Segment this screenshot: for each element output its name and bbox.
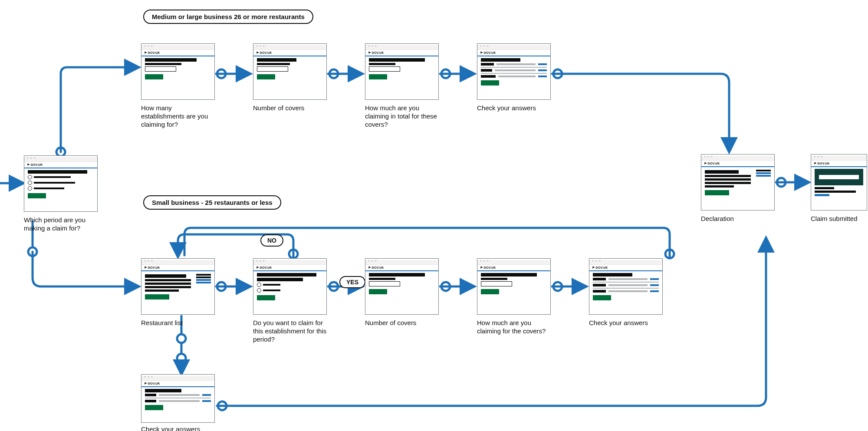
node-caption: Claim submitted: [811, 215, 867, 223]
page-thumb: ⚑ GOV.UK: [253, 258, 327, 315]
branch-label-small: Small business - 25 restaurants or less: [143, 195, 281, 210]
svg-point-14: [218, 401, 227, 410]
page-thumb: ⚑ GOV.UK: [24, 155, 98, 212]
svg-point-1: [217, 69, 226, 78]
svg-point-10: [553, 282, 562, 291]
page-thumb: ⚑ GOV.UK: [365, 258, 439, 315]
page-thumb: ⚑ GOV.UK: [141, 43, 215, 100]
govuk-brand: ⚑ GOV.UK: [365, 50, 438, 56]
node-small-check: ⚑ GOV.UK Check your answers: [589, 258, 663, 327]
govuk-brand: ⚑ GOV.UK: [141, 50, 214, 56]
page-thumb: ⚑ GOV.UK: [811, 154, 867, 211]
govuk-brand: ⚑ GOV.UK: [253, 265, 326, 270]
node-caption: Number of covers: [365, 319, 439, 327]
svg-point-8: [289, 250, 298, 258]
node-large-covers: ⚑ GOV.UK Number of covers: [253, 43, 327, 112]
node-caption: Check your answers: [141, 425, 215, 431]
govuk-brand: ⚑ GOV.UK: [477, 50, 550, 56]
svg-point-0: [56, 148, 65, 156]
page-thumb: ⚑ GOV.UK: [589, 258, 663, 315]
node-caption: Do you want to claim for this establishm…: [253, 319, 327, 343]
svg-point-7: [329, 282, 338, 291]
node-declaration: ⚑ GOV.UK Declaration: [701, 154, 775, 223]
page-thumb: ⚑ GOV.UK: [365, 43, 439, 100]
decision-no-text: NO: [267, 237, 276, 244]
decision-yes-text: YES: [346, 279, 358, 286]
node-caption: Restaurant list: [141, 319, 215, 327]
node-large-establishments: ⚑ GOV.UK How many establishments are you…: [141, 43, 215, 128]
node-caption: Which period are you making a claim for?: [24, 216, 98, 233]
svg-point-11: [665, 250, 674, 258]
page-thumb: ⚑ GOV.UK: [701, 154, 775, 211]
page-thumb: ⚑ GOV.UK: [253, 43, 327, 100]
govuk-brand: ⚑ GOV.UK: [477, 265, 550, 270]
branch-label-small-text: Small business - 25 restaurants or less: [152, 199, 273, 206]
decision-no: NO: [260, 234, 283, 247]
page-thumb: ⚑ GOV.UK: [477, 43, 551, 100]
node-large-check: ⚑ GOV.UK Check your answers: [477, 43, 551, 112]
branch-label-large: Medium or large business 26 or more rest…: [143, 10, 313, 24]
svg-point-15: [777, 178, 786, 187]
node-submitted: ⚑ GOV.UK Claim submitted: [811, 154, 867, 223]
svg-point-6: [217, 282, 226, 291]
govuk-brand: ⚑ GOV.UK: [365, 265, 438, 270]
node-small-covers: ⚑ GOV.UK Number of covers: [365, 258, 439, 327]
node-caption: How many establishments are you claiming…: [141, 104, 215, 128]
flow-diagram: Medium or large business 26 or more rest…: [0, 0, 868, 431]
govuk-brand: ⚑ GOV.UK: [253, 50, 326, 56]
decision-yes: YES: [339, 276, 365, 288]
svg-point-13: [177, 354, 186, 362]
node-caption: Check your answers: [477, 104, 551, 112]
node-small-claim-q: ⚑ GOV.UK Do you want to claim for this e…: [253, 258, 327, 343]
page-thumb: ⚑ GOV.UK: [141, 258, 215, 315]
svg-point-12: [177, 334, 186, 343]
page-thumb: ⚑ GOV.UK: [141, 374, 215, 423]
svg-point-5: [28, 247, 37, 256]
govuk-brand: ⚑ GOV.UK: [701, 161, 774, 166]
govuk-brand: ⚑ GOV.UK: [24, 162, 97, 168]
node-caption: Number of covers: [253, 104, 327, 112]
branch-label-large-text: Medium or large business 26 or more rest…: [152, 13, 305, 20]
page-thumb: ⚑ GOV.UK: [477, 258, 551, 315]
govuk-brand: ⚑ GOV.UK: [141, 265, 214, 270]
node-large-amount: ⚑ GOV.UK How much are you claiming in to…: [365, 43, 439, 128]
node-caption: How much are you claiming for the covers…: [477, 319, 551, 336]
node-caption: Check your answers: [589, 319, 663, 327]
svg-point-4: [553, 69, 562, 78]
node-small-restaurants: ⚑ GOV.UK Restaurant list: [141, 258, 215, 327]
govuk-brand: ⚑ GOV.UK: [141, 381, 214, 386]
svg-point-3: [441, 69, 450, 78]
node-caption: How much are you claiming in total for t…: [365, 104, 439, 128]
node-small-amount: ⚑ GOV.UK How much are you claiming for t…: [477, 258, 551, 336]
svg-point-2: [329, 69, 338, 78]
node-start: ⚑ GOV.UK Which period are you making a c…: [24, 155, 98, 233]
node-caption: Declaration: [701, 215, 775, 223]
govuk-brand: ⚑ GOV.UK: [589, 265, 662, 270]
node-small-check-lower: ⚑ GOV.UK Check your answers: [141, 374, 215, 431]
govuk-brand: ⚑ GOV.UK: [811, 161, 867, 166]
svg-point-9: [441, 282, 450, 291]
